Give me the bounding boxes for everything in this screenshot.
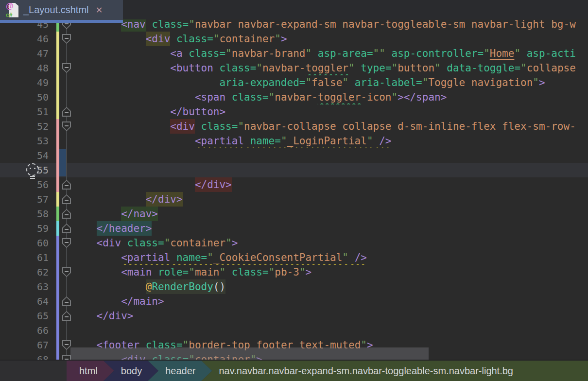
fold-marker-open-icon[interactable] bbox=[62, 267, 71, 277]
fold-gutter[interactable] bbox=[59, 236, 72, 250]
line-number[interactable]: 64 bbox=[0, 294, 49, 309]
fold-gutter[interactable] bbox=[59, 134, 72, 148]
fold-gutter[interactable] bbox=[59, 309, 72, 323]
code-token: > bbox=[281, 32, 287, 46]
code-text[interactable]: <a class="navbar-brand" asp-area="" asp-… bbox=[72, 46, 588, 61]
code-line-55: 55 bbox=[0, 163, 588, 177]
fold-gutter[interactable] bbox=[59, 177, 72, 192]
code-token: <partial bbox=[121, 250, 170, 265]
code-text[interactable]: </button> bbox=[72, 104, 588, 119]
fold-gutter[interactable] bbox=[59, 221, 72, 236]
code-text[interactable]: <partial name="_LoginPartial" /> bbox=[72, 134, 588, 148]
code-text[interactable]: </div> bbox=[72, 192, 588, 207]
fold-gutter[interactable] bbox=[59, 90, 72, 104]
code-text[interactable]: </header> bbox=[72, 221, 588, 236]
fold-gutter[interactable] bbox=[59, 46, 72, 61]
code-text[interactable]: <div class="navbar-collapse collapse d-s… bbox=[72, 119, 588, 134]
fold-gutter[interactable] bbox=[59, 323, 72, 338]
editor-tab[interactable]: @ c# _Layout.cshtml ✕ bbox=[0, 0, 123, 23]
code-text[interactable] bbox=[72, 323, 588, 338]
code-text[interactable]: <span class="navbar-toggler-icon"></span… bbox=[72, 90, 588, 104]
fold-marker-close-icon[interactable] bbox=[62, 296, 71, 306]
fold-gutter[interactable] bbox=[59, 294, 72, 309]
fold-marker-open-icon[interactable] bbox=[62, 63, 71, 73]
line-number[interactable]: 51 bbox=[0, 104, 49, 119]
line-number[interactable]: 65 bbox=[0, 309, 49, 323]
fold-marker-close-icon[interactable] bbox=[62, 224, 71, 233]
code-token: toggler bbox=[318, 90, 361, 104]
breadcrumb-item-nav[interactable]: nav.navbar.navbar-expand-sm.navbar-toggl… bbox=[201, 361, 588, 381]
code-token bbox=[72, 192, 146, 207]
active-tab-underline bbox=[0, 20, 123, 23]
fold-gutter[interactable] bbox=[59, 265, 72, 279]
code-token: <div bbox=[170, 119, 195, 134]
fold-marker-open-icon[interactable] bbox=[62, 355, 71, 360]
fold-marker-open-icon[interactable] bbox=[62, 340, 71, 350]
line-number[interactable]: 57 bbox=[0, 192, 49, 207]
code-text[interactable]: <main role="main" class="pb-3"> bbox=[72, 265, 588, 279]
code-text[interactable]: </div> bbox=[72, 309, 588, 323]
code-text[interactable]: <partial name="_CookieConsentPartial" /> bbox=[72, 250, 588, 265]
code-token: navbar- bbox=[275, 90, 318, 104]
code-text[interactable]: <nav class="navbar navbar-expand-sm navb… bbox=[72, 19, 588, 32]
line-number[interactable]: 50 bbox=[0, 90, 49, 104]
line-number[interactable]: 48 bbox=[0, 61, 49, 75]
code-token: " bbox=[299, 265, 306, 279]
fold-marker-close-icon[interactable] bbox=[62, 180, 71, 190]
code-token bbox=[72, 207, 121, 221]
code-text[interactable]: aria-expanded="false" aria-label="Toggle… bbox=[72, 75, 588, 90]
intention-lightbulb-icon[interactable] bbox=[26, 163, 39, 176]
line-number[interactable]: 47 bbox=[0, 46, 49, 61]
fold-marker-close-icon[interactable] bbox=[62, 209, 71, 219]
line-number[interactable]: 60 bbox=[0, 236, 49, 250]
code-text[interactable] bbox=[72, 148, 588, 163]
fold-gutter[interactable] bbox=[59, 119, 72, 134]
line-number[interactable]: 54 bbox=[0, 148, 49, 163]
line-number[interactable]: 58 bbox=[0, 207, 49, 221]
line-number[interactable]: 49 bbox=[0, 75, 49, 90]
fold-gutter[interactable] bbox=[59, 61, 72, 75]
fold-marker-open-icon[interactable] bbox=[62, 121, 71, 131]
code-text[interactable]: <button class="navbar-toggler" type="but… bbox=[72, 61, 588, 75]
code-token: " bbox=[514, 46, 520, 61]
line-number[interactable]: 52 bbox=[0, 119, 49, 134]
code-text[interactable]: </main> bbox=[72, 294, 588, 309]
line-number[interactable]: 55 bbox=[0, 163, 49, 177]
fold-gutter[interactable] bbox=[59, 207, 72, 221]
fold-gutter[interactable] bbox=[59, 192, 72, 207]
line-number[interactable]: 66 bbox=[0, 323, 49, 338]
line-number[interactable]: 59 bbox=[0, 221, 49, 236]
fold-marker-close-icon[interactable] bbox=[62, 311, 71, 321]
code-text[interactable]: @RenderBody() bbox=[72, 279, 588, 294]
close-icon[interactable]: ✕ bbox=[96, 5, 103, 16]
fold-gutter[interactable] bbox=[59, 104, 72, 119]
line-number[interactable]: 56 bbox=[0, 177, 49, 192]
code-token bbox=[72, 90, 195, 104]
code-token: button bbox=[398, 61, 434, 75]
code-text[interactable]: </nav> bbox=[72, 207, 588, 221]
code-line-65: 65 </div> bbox=[0, 309, 588, 323]
code-text[interactable]: </div> bbox=[72, 177, 588, 192]
tab-title: _Layout.cshtml bbox=[23, 4, 89, 16]
fold-marker-open-icon[interactable] bbox=[62, 34, 71, 44]
line-number[interactable]: 67 bbox=[0, 338, 49, 352]
line-number[interactable]: 61 bbox=[0, 250, 49, 265]
line-number[interactable]: 68 bbox=[0, 352, 49, 360]
code-text[interactable]: <div class="container"> bbox=[72, 236, 588, 250]
fold-gutter[interactable] bbox=[59, 250, 72, 265]
editor[interactable]: 45 <nav class="navbar navbar-expand-sm n… bbox=[0, 19, 588, 360]
line-number[interactable]: 53 bbox=[0, 134, 49, 148]
code-token: " bbox=[269, 90, 275, 104]
fold-gutter[interactable] bbox=[59, 75, 72, 90]
line-number[interactable]: 63 bbox=[0, 279, 49, 294]
fold-gutter[interactable] bbox=[59, 32, 72, 46]
code-text[interactable]: <div class="container"> bbox=[72, 32, 588, 46]
line-number[interactable]: 46 bbox=[0, 32, 49, 46]
fold-marker-close-icon[interactable] bbox=[62, 107, 71, 117]
fold-gutter[interactable] bbox=[59, 279, 72, 294]
gutter-pad bbox=[49, 134, 56, 148]
line-number[interactable]: 62 bbox=[0, 265, 49, 279]
code-text[interactable] bbox=[72, 163, 588, 177]
fold-marker-open-icon[interactable] bbox=[62, 238, 71, 248]
fold-marker-close-icon[interactable] bbox=[62, 194, 71, 204]
